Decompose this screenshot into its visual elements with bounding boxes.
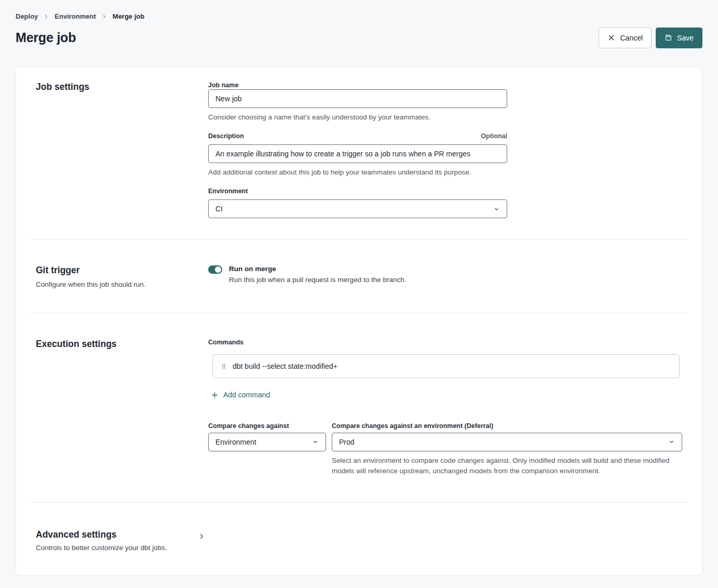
optional-tag: Optional bbox=[481, 132, 507, 140]
advanced-settings-description: Controls to better customize your dbt jo… bbox=[36, 543, 198, 552]
save-button[interactable]: Save bbox=[656, 28, 702, 48]
git-trigger-heading: Git trigger bbox=[36, 264, 208, 276]
page-header: Merge job Cancel Save bbox=[16, 27, 702, 48]
page: Deploy Environment Merge job Merge job C… bbox=[0, 0, 718, 576]
deferral-select[interactable]: Prod bbox=[332, 433, 682, 451]
description-field: Description Optional Add additional cont… bbox=[208, 132, 507, 177]
drag-handle-icon[interactable] bbox=[220, 363, 227, 370]
chevron-right-icon bbox=[43, 14, 49, 20]
environment-label: Environment bbox=[208, 187, 507, 195]
job-name-label: Job name bbox=[208, 81, 507, 89]
cancel-button[interactable]: Cancel bbox=[599, 28, 652, 48]
cancel-button-label: Cancel bbox=[620, 34, 643, 42]
section-job-settings-left: Job settings bbox=[36, 81, 208, 218]
toggle-knob bbox=[215, 266, 221, 273]
run-on-merge-text: Run on merge Run this job when a pull re… bbox=[229, 264, 406, 284]
breadcrumb-item-merge-job: Merge job bbox=[113, 12, 144, 20]
job-settings-heading: Job settings bbox=[36, 81, 208, 92]
chevron-right-icon bbox=[101, 14, 107, 20]
breadcrumb-item-deploy[interactable]: Deploy bbox=[16, 12, 38, 20]
command-text[interactable]: dbt build --select state:modified+ bbox=[233, 362, 337, 370]
environment-field: Environment CI bbox=[208, 187, 507, 218]
environment-select[interactable]: CI bbox=[208, 199, 507, 218]
description-input[interactable] bbox=[208, 144, 507, 163]
chevron-right-icon[interactable] bbox=[198, 532, 206, 540]
execution-settings-form: Commands dbt build --select state:modifi… bbox=[208, 338, 682, 476]
run-on-merge-description: Run this job when a pull request is merg… bbox=[229, 275, 406, 284]
compare-against-select[interactable]: Environment bbox=[208, 433, 326, 451]
section-execution-settings-left: Execution settings bbox=[36, 338, 208, 476]
chevron-down-icon bbox=[312, 438, 319, 445]
description-label: Description bbox=[208, 132, 244, 140]
deferral-select-value: Prod bbox=[339, 438, 355, 446]
page-title: Merge job bbox=[16, 30, 76, 45]
section-git-trigger: Git trigger Configure when this job shou… bbox=[16, 239, 702, 313]
compare-against-label: Compare changes against bbox=[208, 422, 326, 430]
advanced-settings-heading: Advanced settings bbox=[36, 529, 198, 540]
job-settings-form: Job name Consider choosing a name that's… bbox=[208, 81, 507, 218]
save-button-label: Save bbox=[677, 34, 694, 42]
command-row[interactable]: dbt build --select state:modified+ bbox=[212, 354, 680, 378]
advanced-settings-expander bbox=[198, 529, 682, 552]
settings-card: Job settings Job name Consider choosing … bbox=[16, 67, 702, 576]
breadcrumb: Deploy Environment Merge job bbox=[16, 12, 702, 20]
run-on-merge-row: Run on merge Run this job when a pull re… bbox=[208, 264, 682, 284]
git-trigger-form: Run on merge Run this job when a pull re… bbox=[208, 264, 682, 289]
section-execution-settings: Execution settings Commands dbt build --… bbox=[16, 313, 702, 502]
job-name-input[interactable] bbox=[208, 89, 507, 108]
section-advanced-settings-left: Advanced settings Controls to better cus… bbox=[36, 529, 198, 552]
add-command-button[interactable]: Add command bbox=[211, 391, 270, 399]
deferral-label: Compare changes against an environment (… bbox=[332, 422, 682, 430]
section-git-trigger-left: Git trigger Configure when this job shou… bbox=[36, 264, 208, 289]
close-icon bbox=[607, 34, 615, 42]
description-label-row: Description Optional bbox=[208, 132, 507, 140]
chevron-down-icon bbox=[668, 438, 675, 445]
section-advanced-settings: Advanced settings Controls to better cus… bbox=[16, 503, 702, 575]
execution-settings-heading: Execution settings bbox=[36, 338, 208, 350]
section-job-settings: Job settings Job name Consider choosing … bbox=[16, 68, 702, 239]
breadcrumb-item-environment[interactable]: Environment bbox=[55, 12, 96, 20]
job-name-field: Job name Consider choosing a name that's… bbox=[208, 81, 507, 122]
git-trigger-description: Configure when this job should run. bbox=[36, 280, 208, 289]
plus-icon bbox=[211, 391, 219, 399]
header-actions: Cancel Save bbox=[599, 28, 702, 48]
deferral-helper: Select an environment to compare code ch… bbox=[332, 456, 672, 476]
chevron-down-icon bbox=[493, 206, 500, 212]
compare-against-select-value: Environment bbox=[215, 438, 256, 446]
commands-label: Commands bbox=[208, 338, 682, 346]
save-icon bbox=[665, 34, 672, 42]
job-name-helper: Consider choosing a name that's easily u… bbox=[208, 113, 507, 122]
compare-against-field: Compare changes against Environment bbox=[208, 422, 326, 476]
deferral-field: Compare changes against an environment (… bbox=[332, 422, 682, 476]
run-on-merge-label: Run on merge bbox=[229, 264, 406, 273]
description-helper: Add additional context about this job to… bbox=[208, 168, 507, 177]
add-command-label: Add command bbox=[223, 391, 270, 399]
run-on-merge-toggle[interactable] bbox=[208, 265, 222, 274]
compare-row: Compare changes against Environment Comp… bbox=[208, 422, 682, 476]
environment-select-value: CI bbox=[215, 205, 223, 213]
